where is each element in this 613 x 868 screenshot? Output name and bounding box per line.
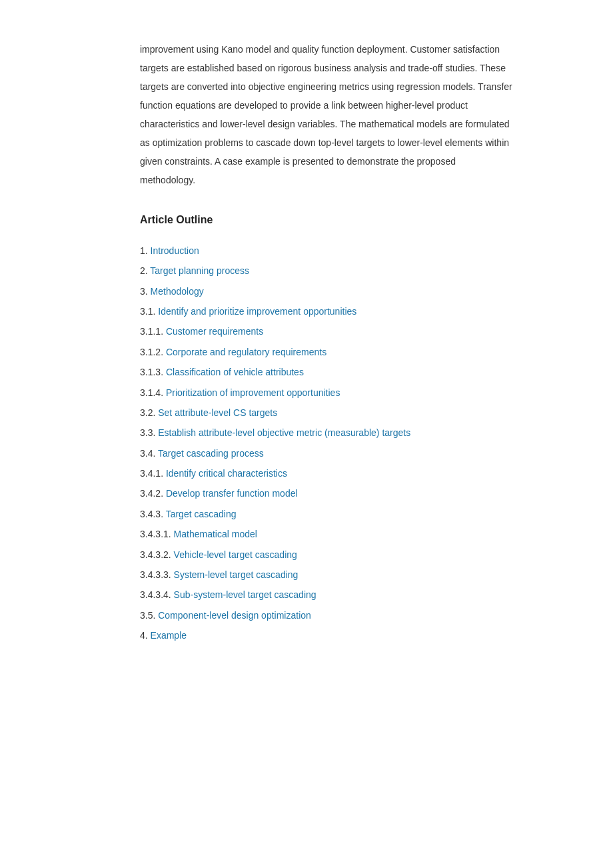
abstract-text-content: improvement using Kano model and quality… (140, 40, 513, 189)
outline-link-methodology[interactable]: Methodology (151, 286, 204, 297)
outline-link-target-cascading[interactable]: Target cascading process (158, 448, 264, 459)
outline-link-example[interactable]: Example (151, 630, 187, 641)
outline-link-target-cascading-sub[interactable]: Target cascading (166, 509, 237, 519)
outline-number-3-1: 3.1. (140, 306, 158, 317)
outline-item-3: 3. Methodology (140, 284, 513, 299)
outline-item-1: 1. Introduction (140, 243, 513, 258)
outline-item-3-4-3-1: 3.4.3.1. Mathematical model (140, 527, 513, 541)
outline-item-3-4-1: 3.4.1. Identify critical characteristics (140, 466, 513, 481)
outline-item-4: 4. Example (140, 628, 513, 643)
outline-number-2: 2. (140, 265, 150, 276)
outline-number-3-1-1: 3.1.1. (140, 326, 166, 337)
abstract-paragraph: improvement using Kano model and quality… (140, 40, 513, 189)
outline-number-3-4-3: 3.4.3. (140, 509, 166, 519)
outline-number-3-4-1: 3.4.1. (140, 468, 166, 479)
outline-item-3-4-2: 3.4.2. Develop transfer function model (140, 486, 513, 501)
outline-link-establish-attribute[interactable]: Establish attribute-level objective metr… (158, 427, 410, 438)
outline-number-3-4-3-3: 3.4.3.3. (140, 569, 174, 580)
outline-number-3-4-3-4: 3.4.3.4. (140, 589, 174, 600)
outline-number-3-3: 3.3. (140, 427, 158, 438)
outline-number-1: 1. (140, 245, 151, 256)
outline-link-subsystem-level[interactable]: Sub-system-level target cascading (174, 589, 316, 600)
outline-number-3: 3. (140, 286, 151, 297)
outline-link-identify-critical[interactable]: Identify critical characteristics (166, 468, 287, 479)
outline-item-3-4: 3.4. Target cascading process (140, 446, 513, 461)
outline-item-3-1-1: 3.1.1. Customer requirements (140, 324, 513, 339)
outline-number-3-4-3-2: 3.4.3.2. (140, 549, 174, 560)
outline-number-3-1-2: 3.1.2. (140, 347, 166, 357)
outline-item-3-2: 3.2. Set attribute-level CS targets (140, 405, 513, 420)
outline-link-system-level[interactable]: System-level target cascading (174, 569, 299, 580)
outline-item-3-1-3: 3.1.3. Classification of vehicle attribu… (140, 365, 513, 379)
outline-number-3-4-2: 3.4.2. (140, 488, 166, 499)
outline-number-3-4: 3.4. (140, 448, 158, 459)
outline-link-target-planning[interactable]: Target planning process (150, 265, 249, 276)
outline-link-introduction[interactable]: Introduction (151, 245, 199, 256)
outline-link-customer-requirements[interactable]: Customer requirements (166, 326, 263, 337)
outline-item-3-1: 3.1. Identify and prioritize improvement… (140, 304, 513, 319)
outline-number-3-4-3-1: 3.4.3.1. (140, 529, 174, 539)
outline-link-mathematical-model[interactable]: Mathematical model (174, 529, 257, 539)
outline-link-identify-prioritize[interactable]: Identify and prioritize improvement oppo… (158, 306, 356, 317)
outline-item-3-3: 3.3. Establish attribute-level objective… (140, 425, 513, 440)
outline-item-3-4-3-3: 3.4.3.3. System-level target cascading (140, 567, 513, 582)
outline-item-3-1-4: 3.1.4. Prioritization of improvement opp… (140, 385, 513, 400)
outline-link-component-level[interactable]: Component-level design optimization (158, 610, 311, 621)
outline-number-3-5: 3.5. (140, 610, 158, 621)
outline-link-prioritization[interactable]: Prioritization of improvement opportunit… (166, 387, 340, 398)
outline-link-corporate-requirements[interactable]: Corporate and regulatory requirements (166, 347, 326, 357)
outline-number-3-1-4: 3.1.4. (140, 387, 166, 398)
page-container: improvement using Kano model and quality… (47, 0, 566, 689)
outline-list: 1. Introduction 2. Target planning proce… (140, 243, 513, 643)
outline-item-3-4-3-2: 3.4.3.2. Vehicle-level target cascading (140, 547, 513, 562)
outline-number-3-1-3: 3.1.3. (140, 367, 166, 377)
outline-number-4: 4. (140, 630, 151, 641)
outline-number-3-2: 3.2. (140, 407, 158, 418)
outline-link-classification[interactable]: Classification of vehicle attributes (166, 367, 304, 377)
outline-item-3-4-3-4: 3.4.3.4. Sub-system-level target cascadi… (140, 587, 513, 602)
outline-item-3-1-2: 3.1.2. Corporate and regulatory requirem… (140, 345, 513, 359)
outline-link-set-attribute[interactable]: Set attribute-level CS targets (158, 407, 277, 418)
article-outline-heading: Article Outline (140, 211, 513, 230)
outline-item-2: 2. Target planning process (140, 263, 513, 278)
outline-item-3-5: 3.5. Component-level design optimization (140, 608, 513, 623)
outline-link-vehicle-level[interactable]: Vehicle-level target cascading (174, 549, 297, 560)
outline-link-develop-transfer[interactable]: Develop transfer function model (166, 488, 298, 499)
outline-item-3-4-3: 3.4.3. Target cascading (140, 507, 513, 521)
